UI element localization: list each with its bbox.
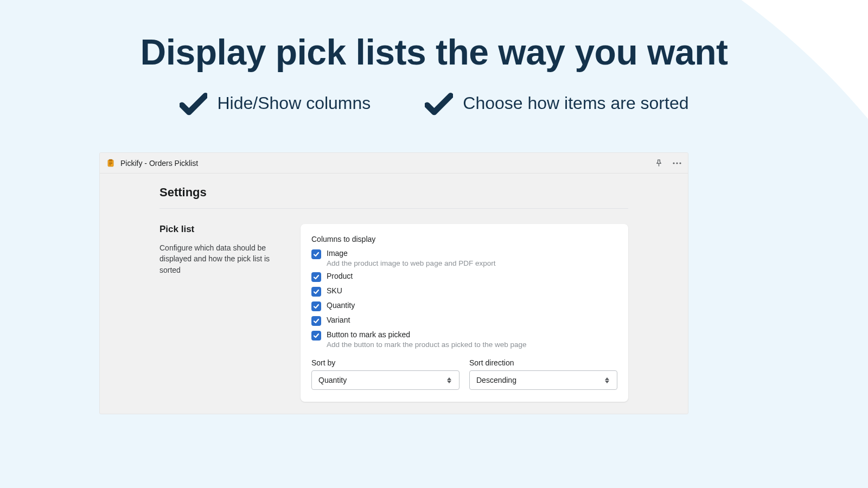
feature-hide-show-columns: Hide/Show columns	[180, 92, 371, 114]
select-arrows-icon	[447, 377, 452, 383]
app-header: Pickify - Orders Picklist	[100, 153, 688, 174]
svg-marker-11	[605, 377, 609, 380]
sort-selects-row: Sort by Quantity Sort direction Des	[311, 358, 617, 390]
settings-content: Pick list Configure which data should be…	[159, 224, 628, 402]
svg-rect-1	[109, 159, 112, 160]
sort-by-group: Sort by Quantity	[311, 358, 459, 390]
svg-point-8	[679, 162, 681, 164]
section-heading: Pick list	[159, 224, 285, 235]
sort-direction-label: Sort direction	[469, 358, 617, 367]
hero-title: Display pick lists the way you want	[0, 31, 868, 73]
header-actions	[654, 159, 681, 168]
sort-direction-group: Sort direction Descending	[469, 358, 617, 390]
sort-direction-select[interactable]: Descending	[469, 370, 617, 390]
columns-to-display-label: Columns to display	[311, 235, 617, 243]
sort-by-value: Quantity	[318, 376, 347, 384]
svg-marker-12	[605, 381, 609, 383]
hero-features: Hide/Show columns Choose how items are s…	[0, 92, 868, 114]
checkbox-product: Product	[311, 272, 617, 282]
checkbox-quantity: Quantity	[311, 301, 617, 311]
checkbox[interactable]	[311, 316, 321, 326]
sort-by-select[interactable]: Quantity	[311, 370, 459, 390]
app-clipboard-icon	[106, 159, 115, 168]
check-icon	[180, 92, 208, 114]
svg-point-6	[673, 162, 674, 164]
svg-point-7	[676, 162, 678, 164]
checkbox[interactable]	[311, 331, 321, 341]
settings-title: Settings	[159, 185, 628, 209]
pin-icon[interactable]	[654, 159, 663, 168]
app-title: Pickify - Orders Picklist	[120, 159, 654, 168]
checkbox-label: Button to mark as picked	[327, 330, 527, 339]
settings-section-info: Pick list Configure which data should be…	[159, 224, 285, 402]
svg-marker-9	[447, 377, 451, 380]
checkbox-label: Product	[327, 272, 353, 280]
more-icon[interactable]	[673, 159, 681, 168]
checkbox-label: Image	[327, 249, 495, 258]
checkbox[interactable]	[311, 272, 321, 282]
sort-direction-value: Descending	[476, 376, 516, 384]
checkbox-image: Image Add the product image to web page …	[311, 249, 617, 267]
feature-label: Choose how items are sorted	[463, 93, 688, 113]
checkbox-label: SKU	[327, 286, 342, 295]
check-icon	[425, 92, 453, 114]
sort-by-label: Sort by	[311, 358, 459, 367]
checkbox[interactable]	[311, 301, 321, 311]
checkbox-mark-picked: Button to mark as picked Add the button …	[311, 330, 617, 349]
checkbox-help: Add the product image to web page and PD…	[327, 259, 495, 267]
select-arrows-icon	[605, 377, 610, 383]
feature-choose-sort: Choose how items are sorted	[425, 92, 688, 114]
checkbox-label: Quantity	[327, 301, 355, 310]
svg-marker-10	[447, 381, 451, 383]
section-description: Configure which data should be displayed…	[159, 242, 285, 275]
checkbox-variant: Variant	[311, 316, 617, 326]
hero-section: Display pick lists the way you want Hide…	[0, 0, 868, 114]
app-body: Settings Pick list Configure which data …	[100, 174, 688, 402]
checkbox[interactable]	[311, 287, 321, 297]
feature-label: Hide/Show columns	[218, 93, 371, 113]
app-window: Pickify - Orders Picklist Settings Pick …	[99, 152, 688, 414]
checkbox-sku: SKU	[311, 286, 617, 297]
checkbox-help: Add the button to mark the product as pi…	[327, 341, 527, 349]
settings-card: Columns to display Image Add the product…	[301, 224, 628, 402]
checkbox-label: Variant	[327, 316, 350, 324]
checkbox[interactable]	[311, 249, 321, 259]
